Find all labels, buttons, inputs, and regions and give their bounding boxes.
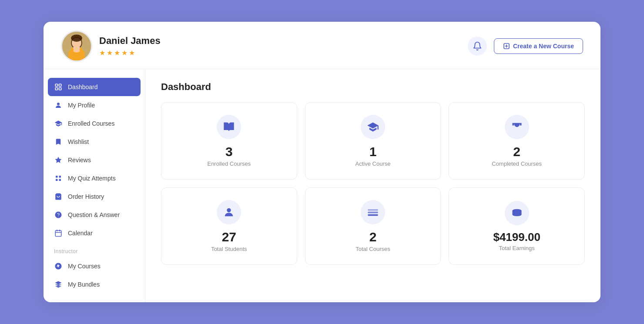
svg-rect-5	[71, 48, 74, 53]
calendar-icon	[54, 229, 63, 237]
star-5: ★	[129, 49, 135, 57]
svg-rect-31	[368, 212, 378, 214]
student-icon	[223, 206, 235, 218]
earnings-icon	[511, 207, 523, 219]
svg-rect-32	[368, 214, 378, 216]
total-students-label: Total Students	[211, 246, 247, 252]
stat-card-total-courses: 2 Total Courses	[305, 187, 441, 265]
total-courses-value: 2	[369, 230, 377, 244]
sidebar-item-calendar[interactable]: Calendar	[44, 224, 145, 242]
svg-point-7	[71, 34, 82, 42]
layers-icon	[54, 280, 63, 289]
book-icon	[223, 121, 235, 133]
total-students-value: 27	[222, 230, 236, 244]
sidebar-item-my-courses[interactable]: My Courses	[44, 257, 145, 275]
header-right: Create a New Course	[468, 37, 583, 56]
sidebar-my-bundles-label: My Bundles	[68, 281, 100, 288]
stat-card-active-course: 1 Active Course	[305, 102, 441, 180]
header: Daniel James ★ ★ ★ ★ ★	[44, 22, 600, 69]
sidebar-reviews-label: Reviews	[68, 157, 91, 164]
sidebar-item-reviews[interactable]: Reviews	[44, 151, 145, 169]
svg-rect-20	[59, 179, 61, 181]
create-new-course-button[interactable]: Create a New Course	[494, 38, 583, 54]
sidebar-item-wishlist[interactable]: Wishlist	[44, 133, 145, 151]
star-4: ★	[121, 49, 127, 57]
trophy-icon-circle	[505, 115, 529, 139]
student-icon-circle	[217, 200, 241, 224]
trophy-icon	[511, 121, 523, 133]
sidebar-dashboard-label: Dashboard	[68, 84, 98, 90]
bell-icon	[473, 41, 482, 51]
avatar	[61, 30, 92, 62]
user-info: Daniel James ★ ★ ★ ★ ★	[99, 35, 161, 57]
earnings-icon-circle	[505, 201, 529, 225]
sidebar-order-label: Order History	[68, 193, 104, 200]
sidebar-enrolled-label: Enrolled Courses	[68, 120, 114, 127]
star-icon	[54, 156, 63, 164]
sidebar-item-question-answer[interactable]: Question & Answer	[44, 206, 145, 224]
courses-icon	[367, 206, 379, 218]
stat-card-completed-courses: 2 Completed Courses	[449, 102, 585, 180]
sidebar-my-courses-label: My Courses	[68, 263, 101, 270]
page-title: Dashboard	[161, 81, 585, 93]
user-name: Daniel James	[99, 35, 161, 47]
stat-card-total-earnings: $4199.00 Total Earnings	[449, 187, 585, 265]
sidebar-item-quiz-attempts[interactable]: My Quiz Attempts	[44, 169, 145, 187]
svg-rect-19	[56, 179, 58, 181]
dashboard-icon	[54, 83, 63, 91]
svg-rect-6	[80, 48, 82, 53]
instructor-section-label: Instructor	[44, 242, 145, 257]
sidebar-quiz-label: My Quiz Attempts	[68, 175, 116, 182]
sidebar-qa-label: Question & Answer	[68, 211, 120, 218]
svg-marker-16	[55, 157, 62, 163]
active-course-value: 1	[369, 145, 377, 158]
sidebar-calendar-label: Calendar	[68, 230, 93, 237]
notification-bell-button[interactable]	[468, 37, 487, 56]
sidebar-profile-label: My Profile	[68, 102, 95, 109]
enrolled-courses-label: Enrolled Courses	[207, 160, 251, 167]
graduation-icon	[367, 121, 379, 133]
svg-rect-18	[59, 176, 61, 178]
svg-rect-30	[368, 209, 378, 211]
graduation-icon-circle	[361, 115, 385, 139]
svg-rect-13	[55, 88, 57, 90]
sidebar-item-enrolled-courses[interactable]: Enrolled Courses	[44, 114, 145, 133]
sidebar-item-order-history[interactable]: Order History	[44, 187, 145, 206]
cart-icon	[54, 192, 63, 201]
layout: Dashboard My Profile Enrolled Course	[44, 69, 600, 302]
sidebar: Dashboard My Profile Enrolled Course	[44, 69, 145, 302]
main-card: Daniel James ★ ★ ★ ★ ★	[44, 22, 600, 302]
rocket-icon	[54, 262, 63, 271]
svg-rect-11	[55, 84, 57, 86]
svg-rect-12	[59, 84, 61, 86]
completed-courses-value: 2	[513, 145, 520, 158]
header-left: Daniel James ★ ★ ★ ★ ★	[61, 30, 161, 62]
star-1: ★	[99, 49, 105, 57]
sidebar-item-my-bundles[interactable]: My Bundles	[44, 275, 145, 294]
plus-square-icon	[503, 43, 510, 50]
svg-rect-14	[59, 88, 61, 90]
courses-icon-circle	[361, 200, 385, 224]
stat-card-enrolled-courses: 3 Enrolled Courses	[161, 102, 297, 180]
total-earnings-label: Total Earnings	[499, 245, 534, 251]
svg-rect-17	[56, 176, 58, 178]
sidebar-item-dashboard[interactable]: Dashboard	[48, 78, 141, 96]
total-earnings-value: $4199.00	[493, 231, 540, 243]
create-btn-label: Create a New Course	[513, 43, 574, 50]
star-3: ★	[114, 49, 120, 57]
svg-rect-24	[55, 230, 61, 237]
person-icon	[54, 101, 63, 110]
stats-grid: 3 Enrolled Courses 1 Active Course	[161, 102, 585, 265]
star-2: ★	[107, 49, 113, 57]
svg-point-23	[58, 216, 58, 217]
stat-card-total-students: 27 Total Students	[161, 187, 297, 265]
book-icon-circle	[217, 115, 241, 139]
qa-icon	[54, 210, 63, 219]
enrolled-courses-value: 3	[225, 145, 233, 158]
sidebar-item-my-profile[interactable]: My Profile	[44, 96, 145, 114]
quiz-icon	[54, 174, 63, 183]
active-course-label: Active Course	[356, 160, 391, 167]
svg-point-4	[72, 46, 81, 53]
sidebar-wishlist-label: Wishlist	[68, 138, 89, 145]
main-content: Dashboard 3 Enrolled Courses	[145, 69, 600, 302]
